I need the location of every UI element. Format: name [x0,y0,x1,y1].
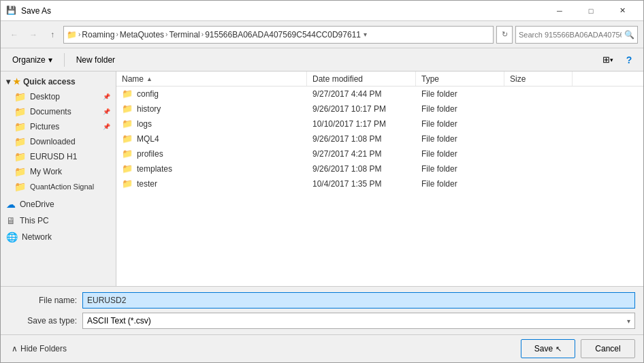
row-date: 10/10/2017 1:17 PM [312,119,386,129]
row-name: templates [137,164,172,174]
save-button[interactable]: Save ↖ [521,339,575,358]
maximize-button[interactable]: □ [575,1,607,21]
organize-chevron: ▾ [48,55,52,65]
documents-pin-icon: 📌 [103,108,110,115]
hide-folders-button[interactable]: ∧ Hide Folders [9,343,69,355]
file-type-cell: File folder [416,119,504,129]
forward-button[interactable]: → [25,27,42,43]
file-list: Name ▲ Date modified Type Size 📁 config [116,72,643,286]
new-folder-button[interactable]: New folder [70,51,121,69]
row-name: logs [137,119,152,129]
path-arrow-0: › [78,31,80,38]
pictures-folder-icon: 📁 [14,121,26,132]
sidebar-item-desktop[interactable]: 📁 Desktop 📌 [1,89,116,104]
titlebar-left: 💾 Save As [6,5,51,16]
filetype-select[interactable]: ASCII Text (*.csv) ▾ [82,313,635,329]
row-folder-icon: 📁 [122,163,133,174]
path-arrow-2: › [165,31,167,38]
filetype-select-arrow: ▾ [627,317,630,325]
column-size-header[interactable]: Size [504,72,573,86]
filename-label: File name: [9,296,77,305]
help-button[interactable]: ? [620,51,638,69]
row-type: File folder [421,149,457,159]
column-date-label: Date modified [312,74,363,84]
back-button[interactable]: ← [6,27,22,43]
table-row[interactable]: 📁 config 9/27/2017 4:44 PM File folder [116,86,643,101]
search-input[interactable] [519,31,622,39]
window-title: Save As [21,6,51,16]
table-row[interactable]: 📁 MQL4 9/26/2017 1:08 PM File folder [116,131,643,146]
filetype-label: Save as type: [9,316,77,326]
sidebar-item-eurusd[interactable]: 📁 EURUSD H1 [1,149,116,164]
refresh-button[interactable]: ↻ [496,26,513,44]
views-chevron: ▾ [610,57,613,63]
file-type-cell: File folder [416,104,504,114]
row-folder-icon: 📁 [122,178,133,189]
file-type-cell: File folder [416,179,504,189]
sidebar-item-thispc[interactable]: 🖥 This PC [1,213,116,228]
minimize-button[interactable]: ─ [544,1,575,21]
organize-label: Organize [12,55,46,65]
sidebar: ▾ ★ Quick access 📁 Desktop 📌 📁 Documents… [1,72,116,286]
address-path[interactable]: 📁 › Roaming › MetaQuotes › Terminal › 91… [63,26,494,44]
view-button[interactable]: ⊞ ▾ [598,51,617,69]
toolbar-separator [64,53,65,67]
save-label: Save [534,344,553,353]
column-date-header[interactable]: Date modified [307,72,416,86]
table-row[interactable]: 📁 templates 9/26/2017 1:08 PM File folde… [116,161,643,176]
titlebar-controls: ─ □ ✕ [544,1,638,21]
sidebar-item-network[interactable]: 🌐 Network [1,230,116,244]
file-name-cell: 📁 profiles [116,148,307,159]
row-folder-icon: 📁 [122,148,133,159]
sidebar-item-pictures[interactable]: 📁 Pictures 📌 [1,119,116,134]
quick-access-label: Quick access [23,77,76,86]
sidebar-item-thispc-label: This PC [20,216,49,225]
pictures-pin-icon: 📌 [103,123,110,130]
sidebar-item-onedrive[interactable]: ☁ OneDrive [1,197,116,212]
column-name-header[interactable]: Name ▲ [116,72,307,86]
quick-access-star-icon: ★ [13,77,20,86]
addressbar: ← → ↑ 📁 › Roaming › MetaQuotes › Termina… [1,21,643,48]
downloaded-folder-icon: 📁 [14,136,26,147]
file-date-cell: 9/26/2017 10:17 PM [307,104,416,114]
file-date-cell: 9/26/2017 1:08 PM [307,164,416,174]
sidebar-item-downloaded[interactable]: 📁 Downloaded [1,134,116,149]
table-row[interactable]: 📁 logs 10/10/2017 1:17 PM File folder [116,116,643,131]
organize-button[interactable]: Organize ▾ [6,51,59,69]
path-dropdown-chevron: ▾ [364,31,367,38]
file-date-cell: 10/4/2017 1:35 PM [307,179,416,189]
sidebar-item-desktop-label: Desktop [30,92,60,101]
onedrive-icon: ☁ [6,199,16,210]
sidebar-item-quantaction[interactable]: 📁 QuantAction Signal [1,179,116,194]
sidebar-item-mywork[interactable]: 📁 My Work [1,164,116,179]
filename-input[interactable] [82,292,635,309]
new-folder-label: New folder [76,55,115,65]
bottom-panel: File name: Save as type: ASCII Text (*.c… [1,286,643,334]
cancel-label: Cancel [595,344,620,353]
quick-access-header[interactable]: ▾ ★ Quick access [1,74,116,89]
sidebar-item-mywork-label: My Work [30,167,62,176]
column-type-header[interactable]: Type [416,72,504,86]
path-segment-terminal: Terminal [169,30,199,40]
row-folder-icon: 📁 [122,104,133,114]
sidebar-item-documents[interactable]: 📁 Documents 📌 [1,104,116,119]
path-segment-metaquotes: MetaQuotes [120,30,164,40]
table-row[interactable]: 📁 profiles 9/27/2017 4:21 PM File folder [116,146,643,161]
close-button[interactable]: ✕ [607,1,638,21]
file-name-cell: 📁 history [116,104,307,114]
table-row[interactable]: 📁 tester 10/4/2017 1:35 PM File folder [116,176,643,191]
search-box[interactable]: 🔍 [515,26,638,44]
quantaction-folder-icon: 📁 [14,181,26,192]
cancel-button[interactable]: Cancel [581,339,635,358]
filename-row: File name: [9,292,635,309]
row-type: File folder [421,104,457,114]
row-type: File folder [421,179,457,189]
actions-bar: ∧ Hide Folders Save ↖ Cancel [1,334,643,362]
file-name-cell: 📁 logs [116,119,307,129]
hide-folders-label: Hide Folders [20,344,67,353]
path-arrow-1: › [116,31,118,38]
row-folder-icon: 📁 [122,119,133,129]
table-row[interactable]: 📁 history 9/26/2017 10:17 PM File folder [116,101,643,116]
up-button[interactable]: ↑ [44,27,61,43]
titlebar: 💾 Save As ─ □ ✕ [1,1,643,21]
